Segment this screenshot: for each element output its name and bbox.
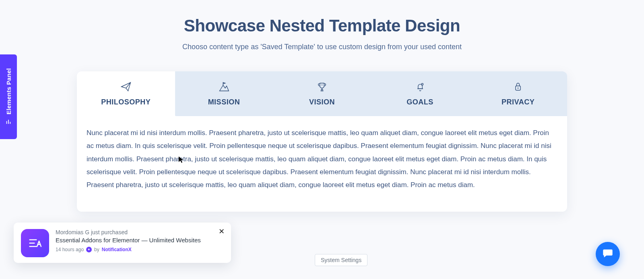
tabs-bar: PHILOSOPHY MISSION VISION GOALS PRIVACY	[77, 71, 567, 116]
mountain-flag-icon	[218, 80, 229, 93]
elements-panel-label: Elements Panel	[5, 68, 12, 115]
bars-icon	[6, 119, 11, 125]
tab-vision[interactable]: VISION	[273, 71, 371, 116]
tab-label: PRIVACY	[502, 98, 535, 106]
elements-panel-toggle[interactable]: Elements Panel	[0, 54, 17, 139]
page-subtitle: Chooso content type as 'Saved Template' …	[0, 43, 644, 51]
notification-brand[interactable]: NotificationX	[102, 247, 132, 252]
notification-popup[interactable]: Mordomias G just purchased Essential Add…	[14, 223, 231, 263]
svg-point-6	[518, 87, 519, 89]
trophy-icon	[316, 80, 328, 93]
close-icon[interactable]: ✕	[217, 227, 226, 236]
bell-icon	[415, 80, 426, 93]
tab-label: VISION	[309, 98, 335, 106]
notification-time: 14 hours ago	[56, 247, 84, 252]
system-settings-tooltip: System Settings	[315, 254, 367, 266]
chat-button[interactable]	[596, 242, 620, 266]
content-body: Nunc placerat mi id nisi interdum mollis…	[87, 127, 557, 192]
page-title: Showcase Nested Template Design	[0, 16, 644, 35]
notification-by: by	[94, 247, 99, 252]
notificationx-badge-icon: ✦	[86, 247, 92, 252]
chat-icon	[602, 248, 613, 260]
paper-plane-icon	[120, 80, 132, 93]
notification-body: Mordomias G just purchased Essential Add…	[56, 229, 224, 257]
tab-mission[interactable]: MISSION	[175, 71, 273, 116]
tab-philosophy[interactable]: PHILOSOPHY	[77, 71, 175, 116]
tab-content: Nunc placerat mi id nisi interdum mollis…	[77, 116, 567, 212]
tab-goals[interactable]: GOALS	[371, 71, 469, 116]
svg-point-4	[421, 83, 423, 85]
notification-meta: 14 hours ago ✦ by NotificationX	[56, 247, 224, 252]
tab-privacy[interactable]: PRIVACY	[469, 71, 567, 116]
notification-line1: Mordomias G just purchased	[56, 229, 224, 235]
lock-icon	[512, 80, 524, 93]
svg-point-3	[322, 85, 322, 85]
notification-title: Essential Addons for Elementor — Unlimit…	[56, 236, 224, 244]
page-header: Showcase Nested Template Design Chooso c…	[0, 0, 644, 51]
tab-label: MISSION	[208, 98, 240, 106]
tabs-container: PHILOSOPHY MISSION VISION GOALS PRIVACY	[77, 71, 567, 212]
ea-logo-icon	[21, 229, 49, 257]
tab-label: PHILOSOPHY	[101, 98, 151, 106]
tab-label: GOALS	[407, 98, 433, 106]
